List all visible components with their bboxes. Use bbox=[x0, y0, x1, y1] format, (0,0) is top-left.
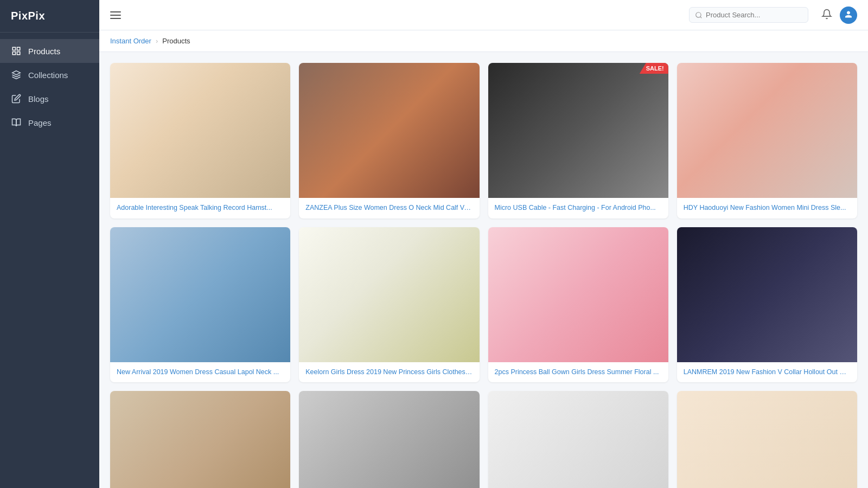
product-card[interactable]: LANMREM 2019 New Fashion V Collar Hollou… bbox=[677, 227, 857, 383]
sidebar-item-label: Blogs bbox=[28, 94, 49, 104]
product-figure bbox=[110, 391, 290, 488]
product-card[interactable]: Adorable Interesting Speak Talking Recor… bbox=[110, 63, 290, 219]
product-image: SALE! bbox=[488, 63, 668, 198]
breadcrumb-current: Products bbox=[162, 37, 190, 45]
search-icon bbox=[695, 11, 703, 19]
sidebar-item-label: Products bbox=[28, 47, 60, 56]
product-figure bbox=[488, 63, 668, 198]
search-input[interactable] bbox=[706, 11, 793, 19]
svg-line-6 bbox=[700, 16, 702, 18]
svg-rect-3 bbox=[17, 52, 20, 55]
product-title: 2pcs Princess Ball Gown Girls Dress Summ… bbox=[495, 368, 662, 377]
product-image bbox=[488, 391, 668, 488]
sidebar-item-collections[interactable]: Collections bbox=[0, 63, 99, 87]
svg-point-5 bbox=[696, 12, 701, 17]
products-content: Adorable Interesting Speak Talking Recor… bbox=[99, 52, 868, 488]
breadcrumb-parent[interactable]: Instant Order bbox=[110, 37, 151, 45]
top-header bbox=[99, 0, 868, 30]
product-card[interactable]: HDY Haoduoyi New Fashion Women Mini Dres… bbox=[677, 63, 857, 219]
product-image bbox=[488, 227, 668, 362]
breadcrumb-separator: › bbox=[156, 37, 158, 45]
svg-rect-2 bbox=[12, 52, 15, 55]
hamburger-button[interactable] bbox=[110, 11, 121, 19]
product-info: HDY Haoduoyi New Fashion Women Mini Dres… bbox=[677, 198, 857, 219]
product-figure bbox=[299, 227, 479, 362]
product-figure bbox=[110, 63, 290, 198]
product-figure bbox=[299, 63, 479, 198]
user-avatar[interactable] bbox=[840, 7, 857, 24]
product-image bbox=[299, 227, 479, 362]
sidebar-item-products[interactable]: Products bbox=[0, 39, 99, 63]
product-info: LANMREM 2019 New Fashion V Collar Hollou… bbox=[677, 362, 857, 383]
product-image bbox=[110, 227, 290, 362]
svg-rect-0 bbox=[12, 47, 15, 50]
layers-icon bbox=[11, 69, 22, 80]
product-figure bbox=[110, 227, 290, 362]
product-figure bbox=[488, 227, 668, 362]
product-figure bbox=[677, 63, 857, 198]
product-info: Micro USB Cable - Fast Charging - For An… bbox=[488, 198, 668, 219]
grid-icon bbox=[11, 46, 22, 56]
product-figure bbox=[677, 227, 857, 362]
product-title: Adorable Interesting Speak Talking Recor… bbox=[117, 203, 284, 213]
search-box[interactable] bbox=[689, 7, 808, 23]
product-card[interactable]: SALE! Micro USB Cable - Fast Charging - … bbox=[488, 63, 668, 219]
notification-icon[interactable] bbox=[821, 9, 832, 22]
product-info: New Arrival 2019 Women Dress Casual Lapo… bbox=[110, 362, 290, 383]
product-image bbox=[110, 391, 290, 488]
product-card[interactable]: ZANZEA Plus Size Women Dress O Neck Mid … bbox=[299, 63, 479, 219]
product-card[interactable]: Product 11 bbox=[488, 391, 668, 488]
product-image bbox=[110, 63, 290, 198]
sidebar-item-label: Pages bbox=[28, 118, 52, 127]
product-card[interactable]: 2pcs Princess Ball Gown Girls Dress Summ… bbox=[488, 227, 668, 383]
edit-icon bbox=[11, 93, 22, 104]
product-title: New Arrival 2019 Women Dress Casual Lapo… bbox=[117, 368, 284, 377]
product-title: LANMREM 2019 New Fashion V Collar Hollou… bbox=[684, 368, 851, 377]
product-image bbox=[677, 227, 857, 362]
product-image bbox=[299, 391, 479, 488]
sidebar-nav: Products Collections Blogs bbox=[0, 33, 99, 141]
product-info: Keelorn Girls Dress 2019 New Princess Gi… bbox=[299, 362, 479, 383]
breadcrumb: Instant Order › Products bbox=[99, 30, 868, 52]
header-icons bbox=[821, 7, 857, 24]
sidebar-item-label: Collections bbox=[28, 70, 68, 80]
product-info: ZANZEA Plus Size Women Dress O Neck Mid … bbox=[299, 198, 479, 219]
product-image bbox=[677, 391, 857, 488]
product-info: Adorable Interesting Speak Talking Recor… bbox=[110, 198, 290, 219]
product-card[interactable]: Product 10 bbox=[299, 391, 479, 488]
sidebar: PixPix Products Collections bbox=[0, 0, 99, 488]
product-figure bbox=[299, 391, 479, 488]
sidebar-item-pages[interactable]: Pages bbox=[0, 111, 99, 134]
product-info: 2pcs Princess Ball Gown Girls Dress Summ… bbox=[488, 362, 668, 383]
product-image bbox=[677, 63, 857, 198]
book-icon bbox=[11, 117, 22, 128]
product-card[interactable]: Product 12 bbox=[677, 391, 857, 488]
svg-marker-4 bbox=[12, 71, 21, 75]
main-panel: Instant Order › Products Adorable Intere… bbox=[99, 0, 868, 488]
product-title: ZANZEA Plus Size Women Dress O Neck Mid … bbox=[305, 203, 473, 213]
product-card[interactable]: Product 9 bbox=[110, 391, 290, 488]
product-title: Keelorn Girls Dress 2019 New Princess Gi… bbox=[305, 368, 473, 377]
product-grid: Adorable Interesting Speak Talking Recor… bbox=[110, 63, 857, 488]
product-card[interactable]: Keelorn Girls Dress 2019 New Princess Gi… bbox=[299, 227, 479, 383]
product-title: HDY Haoduoyi New Fashion Women Mini Dres… bbox=[684, 203, 851, 213]
product-image bbox=[299, 63, 479, 198]
product-figure bbox=[677, 391, 857, 488]
sidebar-item-blogs[interactable]: Blogs bbox=[0, 87, 99, 111]
product-card[interactable]: New Arrival 2019 Women Dress Casual Lapo… bbox=[110, 227, 290, 383]
svg-rect-1 bbox=[17, 47, 20, 50]
product-title: Micro USB Cable - Fast Charging - For An… bbox=[495, 203, 662, 213]
product-figure bbox=[488, 391, 668, 488]
logo: PixPix bbox=[0, 0, 99, 33]
